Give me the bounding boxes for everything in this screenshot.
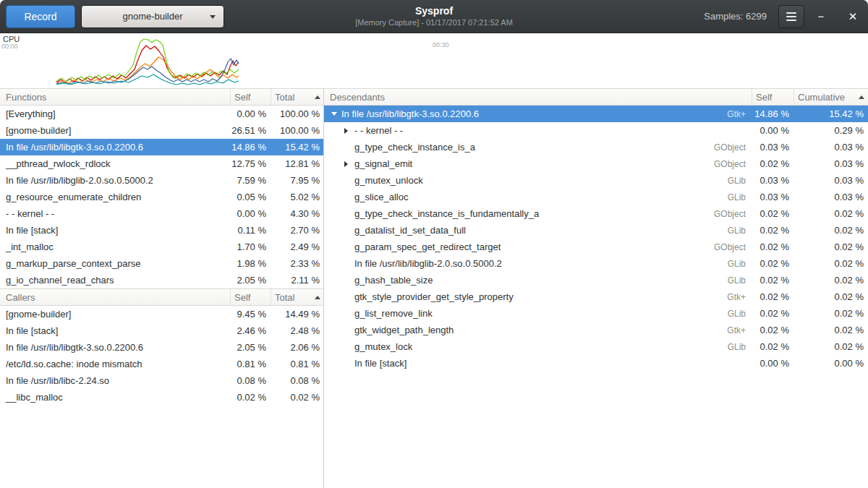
row-cumulative-value: 0.02 %	[793, 291, 868, 302]
row-total-value: 7.95 %	[271, 175, 323, 186]
expander-closed-icon[interactable]	[344, 128, 354, 134]
row-category-label: GLib	[701, 275, 752, 286]
row-category-label: Gtk+	[701, 109, 752, 119]
row-function-name: g_type_check_instance_is_a	[354, 142, 701, 153]
row-cumulative-value: 0.02 %	[793, 225, 868, 236]
row-self-value: 2.05 %	[230, 342, 271, 353]
table-row[interactable]: g_hash_table_sizeGLib0.02 %0.02 %	[324, 272, 868, 288]
expander-closed-icon[interactable]	[344, 161, 354, 167]
callers-total-column-header[interactable]: Total	[271, 289, 323, 305]
row-self-value: 0.02 %	[752, 258, 793, 269]
table-row[interactable]: In file /usr/lib/libglib-2.0.so.0.5000.2…	[0, 172, 323, 189]
table-row[interactable]: [Everything]0.00 %100.00 %	[0, 106, 323, 122]
callers-column-header[interactable]: Callers	[0, 289, 230, 305]
table-row[interactable]: g_mutex_lockGLib0.02 %0.02 %	[324, 338, 868, 355]
table-row[interactable]: In file /usr/lib/libc-2.24.so0.08 %0.08 …	[0, 372, 323, 389]
table-row[interactable]: In file /usr/lib/libgtk-3.so.0.2200.62.0…	[0, 339, 323, 356]
row-category-label: GObject	[701, 242, 752, 252]
table-row[interactable]: g_io_channel_read_chars2.05 %2.11 %	[0, 272, 323, 288]
row-function-name: g_datalist_id_set_data_full	[354, 225, 701, 236]
row-cumulative-value: 0.03 %	[793, 175, 868, 186]
minimize-button[interactable]: −	[812, 7, 830, 26]
row-self-value: 14.86 %	[230, 142, 271, 153]
row-function-name: In file [stack]	[0, 325, 230, 336]
functions-column-header[interactable]: Functions	[0, 89, 230, 105]
row-self-value: 0.02 %	[752, 208, 793, 219]
table-row[interactable]: g_mutex_unlockGLib0.03 %0.03 %	[324, 172, 868, 189]
table-row[interactable]: - - kernel - -0.00 %0.29 %	[324, 122, 868, 139]
row-cumulative-value: 0.02 %	[793, 308, 868, 319]
callers-self-column-header[interactable]: Self	[230, 289, 271, 305]
descendants-column-header[interactable]: Descendants	[324, 89, 752, 105]
record-button[interactable]: Record	[6, 5, 75, 28]
row-self-value: 0.05 %	[230, 192, 271, 202]
row-function-name: [Everything]	[0, 108, 230, 119]
table-row[interactable]: gtk_widget_path_lengthGtk+0.02 %0.02 %	[324, 322, 868, 338]
row-total-value: 14.49 %	[271, 309, 323, 320]
functions-total-column-header[interactable]: Total	[271, 89, 323, 105]
row-cumulative-value: 0.02 %	[793, 241, 868, 252]
row-self-value: 2.46 %	[230, 325, 271, 336]
table-row[interactable]: g_list_remove_linkGLib0.02 %0.02 %	[324, 305, 868, 322]
table-row[interactable]: g_type_check_instance_is_fundamentally_a…	[324, 205, 868, 222]
row-category-label: GObject	[701, 142, 752, 153]
table-row[interactable]: g_signal_emitGObject0.02 %0.03 %	[324, 155, 868, 172]
descendants-cumulative-column-header[interactable]: Cumulative	[793, 89, 868, 105]
row-self-value: 12.75 %	[230, 158, 271, 169]
row-self-value: 7.59 %	[230, 175, 271, 186]
functions-total-column-label: Total	[275, 92, 294, 103]
row-self-value: 0.03 %	[752, 142, 793, 153]
row-category-label: Gtk+	[701, 292, 752, 302]
row-cumulative-value: 0.03 %	[793, 158, 868, 169]
triangle-glyph	[344, 161, 348, 167]
right-pane: Descendants Self Cumulative In file /usr…	[324, 88, 868, 488]
process-selector-dropdown[interactable]: gnome-builder	[81, 5, 224, 28]
row-function-name: __libc_malloc	[0, 392, 230, 403]
row-total-value: 100.00 %	[271, 125, 323, 136]
row-total-value: 5.02 %	[271, 192, 323, 202]
descendants-table: In file /usr/lib/libgtk-3.so.0.2200.6Gtk…	[324, 106, 868, 372]
table-row[interactable]: __libc_malloc0.02 %0.02 %	[0, 389, 323, 406]
row-total-value: 2.06 %	[271, 342, 323, 353]
descendants-self-column-header[interactable]: Self	[752, 89, 793, 105]
row-self-value: 0.02 %	[752, 341, 793, 352]
triangle-glyph	[331, 112, 337, 116]
table-row[interactable]: In file /usr/lib/libglib-2.0.so.0.5000.2…	[324, 255, 868, 272]
row-function-name: - - kernel - -	[0, 208, 230, 219]
functions-self-column-header[interactable]: Self	[230, 89, 271, 105]
row-cumulative-value: 0.02 %	[793, 258, 868, 269]
table-row[interactable]: In file /usr/lib/libgtk-3.so.0.2200.6Gtk…	[324, 106, 868, 122]
row-function-name: g_list_remove_link	[354, 308, 701, 319]
table-row[interactable]: g_markup_parse_context_parse1.98 %2.33 %	[0, 255, 323, 272]
table-row[interactable]: [gnome-builder]26.51 %100.00 %	[0, 122, 323, 139]
table-row[interactable]: gtk_style_provider_get_style_propertyGtk…	[324, 288, 868, 305]
table-row[interactable]: In file /usr/lib/libgtk-3.so.0.2200.614.…	[0, 139, 323, 155]
table-row[interactable]: - - kernel - -0.00 %4.30 %	[0, 205, 323, 222]
table-row[interactable]: g_type_check_instance_is_aGObject0.03 %0…	[324, 139, 868, 155]
table-row[interactable]: _int_malloc1.70 %2.49 %	[0, 239, 323, 255]
table-row[interactable]: g_datalist_id_set_data_fullGLib0.02 %0.0…	[324, 222, 868, 239]
close-button[interactable]: ✕	[843, 7, 862, 26]
table-row[interactable]: g_resource_enumerate_children0.05 %5.02 …	[0, 189, 323, 205]
table-row[interactable]: In file [stack]2.46 %2.48 %	[0, 322, 323, 339]
table-row[interactable]: In file [stack]0.00 %0.00 %	[324, 355, 868, 372]
table-row[interactable]: [gnome-builder]9.45 %14.49 %	[0, 306, 323, 322]
triangle-glyph	[344, 128, 348, 134]
row-self-value: 0.03 %	[752, 175, 793, 186]
row-self-value: 0.08 %	[230, 375, 271, 386]
menu-button[interactable]	[778, 5, 804, 28]
table-row[interactable]: g_param_spec_get_redirect_targetGObject0…	[324, 239, 868, 255]
table-row[interactable]: In file [stack]0.11 %2.70 %	[0, 222, 323, 239]
expander-open-icon[interactable]	[331, 112, 341, 116]
app-title: Sysprof	[355, 4, 513, 17]
table-row[interactable]: /etc/ld.so.cache: inode mismatch0.81 %0.…	[0, 356, 323, 372]
row-function-name: [gnome-builder]	[0, 309, 230, 320]
row-total-value: 2.11 %	[271, 275, 323, 286]
table-row[interactable]: __pthread_rwlock_rdlock12.75 %12.81 %	[0, 155, 323, 172]
row-total-value: 0.02 %	[271, 392, 323, 403]
table-row[interactable]: g_slice_allocGLib0.03 %0.03 %	[324, 189, 868, 205]
row-cumulative-value: 0.03 %	[793, 142, 868, 153]
cpu-graph[interactable]: CPU 00:00 00:30	[0, 33, 868, 88]
row-function-name: gtk_widget_path_length	[354, 325, 701, 335]
row-function-name: In file /usr/lib/libglib-2.0.so.0.5000.2	[354, 258, 701, 269]
